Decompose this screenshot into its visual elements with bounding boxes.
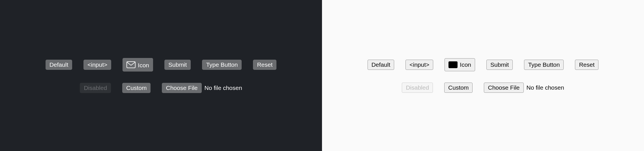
custom-button[interactable]: Custom — [444, 83, 473, 93]
icon-button[interactable]: Icon — [445, 58, 475, 71]
envelope-icon — [126, 61, 136, 69]
reset-button[interactable]: Reset — [253, 60, 276, 70]
default-button[interactable]: Default — [368, 60, 394, 70]
file-input-group: Choose File No file chosen — [484, 83, 564, 93]
light-theme-panel: Default <input> Icon Submit Type Button … — [322, 0, 644, 151]
button-row-1: Default <input> Icon Submit Type Button … — [368, 58, 599, 71]
submit-button[interactable]: Submit — [486, 60, 513, 70]
disabled-button: Disabled — [80, 83, 111, 93]
type-button[interactable]: Type Button — [202, 60, 242, 70]
default-button[interactable]: Default — [46, 60, 72, 70]
icon-button-label: Icon — [460, 61, 471, 68]
file-status-label: No file chosen — [527, 84, 564, 91]
button-row-2: Disabled Custom Choose File No file chos… — [402, 83, 564, 93]
svg-rect-0 — [127, 62, 135, 68]
button-row-2: Disabled Custom Choose File No file chos… — [80, 83, 242, 93]
type-button[interactable]: Type Button — [524, 60, 564, 70]
submit-button[interactable]: Submit — [164, 60, 191, 70]
icon-button-label: Icon — [138, 62, 149, 69]
choose-file-button[interactable]: Choose File — [162, 83, 201, 93]
reset-button[interactable]: Reset — [575, 60, 598, 70]
custom-button[interactable]: Custom — [122, 83, 151, 93]
file-status-label: No file chosen — [205, 85, 242, 91]
dark-theme-panel: Default <input> Icon Submit Type Button … — [0, 0, 322, 151]
image-placeholder-icon — [448, 61, 458, 68]
choose-file-button[interactable]: Choose File — [484, 83, 523, 93]
button-row-1: Default <input> Icon Submit Type Button … — [46, 58, 277, 72]
file-input-group: Choose File No file chosen — [162, 83, 242, 93]
input-button[interactable]: <input> — [83, 60, 111, 70]
disabled-button: Disabled — [402, 83, 433, 93]
input-button[interactable]: <input> — [405, 60, 433, 70]
icon-button[interactable]: Icon — [123, 58, 153, 72]
